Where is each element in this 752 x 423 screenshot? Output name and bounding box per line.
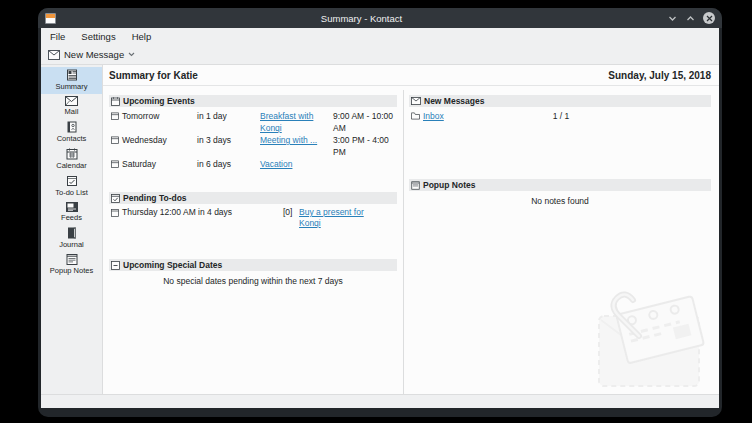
event-link[interactable]: Meeting with ... [260, 134, 333, 146]
event-row: Tomorrow in 1 day Breakfast with Konqi 9… [109, 110, 397, 134]
upcoming-events-panel: Upcoming Events Tomorrow in 1 day Breakf… [109, 95, 397, 170]
todo-item-icon [111, 209, 119, 217]
sidebar-item-label: Calendar [56, 161, 86, 170]
sidebar-item-mail[interactable]: Mail [41, 94, 102, 119]
minimize-button[interactable] [667, 13, 678, 24]
sidebar-item-label: Mail [65, 107, 79, 116]
sidebar-item-label: Contacts [57, 134, 87, 143]
special-dates-panel: Upcoming Special Dates No special dates … [109, 259, 397, 286]
chevron-up-icon [686, 14, 695, 23]
todo-icon [111, 194, 120, 203]
sidebar-item-contacts[interactable]: Contacts [41, 119, 102, 146]
sidebar-item-label: To-do List [55, 188, 88, 197]
event-day: Saturday [122, 158, 156, 170]
header-date: Sunday, July 15, 2018 [608, 70, 711, 81]
toolbar: New Message [41, 45, 719, 65]
mail-compose-icon [48, 50, 60, 60]
todo-progress: [0] [283, 207, 299, 218]
event-icon [111, 112, 119, 120]
sidebar-item-label: Popup Notes [50, 266, 93, 275]
panel-title: Pending To-dos [123, 193, 187, 203]
titlebar[interactable]: Summary - Kontact [38, 8, 722, 28]
calendar-icon [111, 97, 120, 106]
menu-settings[interactable]: Settings [81, 31, 115, 42]
event-when: in 1 day [197, 110, 260, 122]
sidebar-item-label: Summary [55, 82, 87, 91]
panel-title: Upcoming Special Dates [123, 260, 222, 270]
event-when: in 6 days [197, 158, 260, 170]
todo-due-text: Thursday 12:00 AM in 4 days [122, 207, 232, 218]
sidebar-item-journal[interactable]: Journal [41, 225, 102, 252]
todo-row: Thursday 12:00 AM in 4 days [0] Buy a pr… [109, 207, 397, 229]
popup-notes-empty-text: No notes found [409, 194, 711, 206]
message-count: 1 / 1 [511, 110, 611, 122]
panel-title: Upcoming Events [123, 96, 195, 106]
event-link[interactable]: Breakfast with Konqi [260, 110, 333, 134]
chevron-down-icon [668, 14, 677, 23]
popup-notes-icon [66, 254, 78, 265]
inbox-link[interactable]: Inbox [423, 110, 444, 122]
window-title: Summary - Kontact [56, 13, 667, 24]
contacts-icon [66, 121, 78, 133]
feeds-icon [66, 202, 78, 212]
sidebar-item-label: Journal [59, 240, 84, 249]
menu-file[interactable]: File [50, 31, 65, 42]
mail-icon [411, 97, 421, 105]
sidebar-item-popup-notes[interactable]: Popup Notes [41, 252, 102, 278]
mail-icon [65, 96, 78, 106]
event-icon [111, 136, 119, 144]
message-folder-row: Inbox 1 / 1 [409, 110, 711, 122]
sidebar-item-feeds[interactable]: Feeds [41, 200, 102, 225]
folder-icon [411, 112, 420, 120]
new-message-button[interactable]: New Message [48, 49, 135, 60]
special-dates-empty-text: No special dates pending within the next… [109, 274, 397, 286]
event-time: 9:00 AM - 10:00 AM [333, 110, 397, 134]
summary-view: Summary for Katie Sunday, July 15, 2018 [103, 65, 719, 394]
kontact-window: Summary - Kontact File Settings Help [38, 8, 722, 417]
event-link[interactable]: Vacation [260, 158, 333, 170]
panel-title: Popup Notes [423, 180, 475, 190]
event-time: 3:00 PM - 4:00 PM [333, 134, 397, 158]
sidebar-item-todo-list[interactable]: To-do List [41, 173, 102, 200]
sidebar: Summary Mail [41, 65, 103, 394]
statusbar [41, 394, 719, 408]
sidebar-item-label: Feeds [61, 213, 82, 222]
sidebar-item-summary[interactable]: Summary [41, 67, 102, 94]
page-title: Summary for Katie [109, 70, 198, 81]
popup-notes-panel: Popup Notes No notes found [409, 179, 711, 206]
menu-help[interactable]: Help [132, 31, 152, 42]
menubar: File Settings Help [41, 28, 719, 45]
event-row: Saturday in 6 days Vacation [109, 158, 397, 170]
close-button[interactable] [703, 12, 715, 24]
kontact-watermark-icon [585, 282, 713, 392]
event-icon [111, 160, 119, 168]
special-dates-icon [111, 261, 120, 270]
maximize-button[interactable] [685, 13, 696, 24]
close-icon [706, 15, 713, 22]
new-message-label: New Message [64, 49, 124, 60]
new-messages-panel: New Messages Inbox 1 / 1 [409, 95, 711, 122]
dropdown-arrow-icon [128, 52, 135, 57]
calendar-icon [66, 148, 78, 160]
event-day: Wednesday [122, 134, 167, 146]
event-row: Wednesday in 3 days Meeting with ... 3:0… [109, 134, 397, 158]
pending-todos-panel: Pending To-dos Thursday 12:00 AM in 4 da… [109, 192, 397, 229]
todo-link[interactable]: Buy a present for Konqi [299, 207, 379, 229]
app-icon [45, 13, 56, 24]
event-day: Tomorrow [122, 110, 159, 122]
note-icon [411, 181, 420, 190]
event-when: in 3 days [197, 134, 260, 146]
panel-title: New Messages [424, 96, 484, 106]
journal-icon [66, 227, 78, 239]
summary-icon [66, 69, 78, 81]
sidebar-item-calendar[interactable]: Calendar [41, 146, 102, 173]
todo-list-icon [66, 175, 78, 187]
